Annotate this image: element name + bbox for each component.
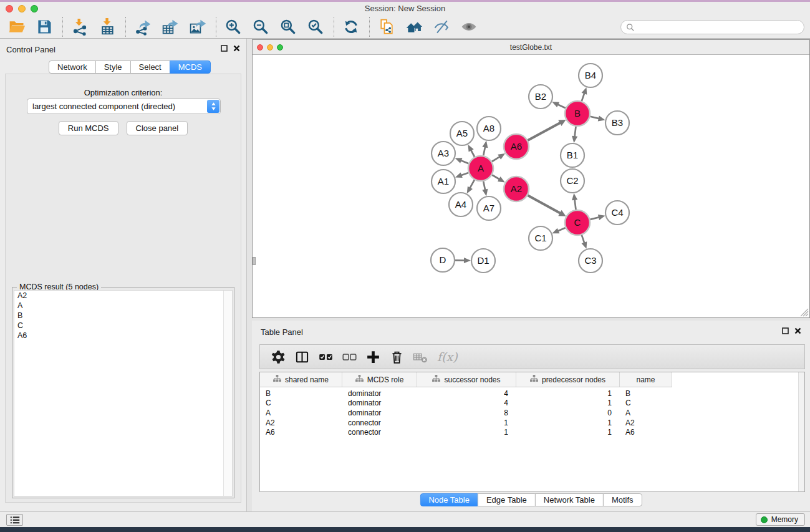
reset-view-icon[interactable]: [405, 17, 423, 37]
graph-node-A5[interactable]: A5: [450, 122, 474, 145]
zoom-fit-icon[interactable]: [279, 17, 297, 37]
search-field[interactable]: [620, 20, 804, 34]
graph-node-C4[interactable]: C4: [605, 201, 629, 225]
graph-node-D1[interactable]: D1: [471, 249, 495, 273]
zoom-in-icon[interactable]: [224, 17, 243, 37]
search-input[interactable]: [638, 22, 804, 32]
network-canvas[interactable]: B4B2BB3A8A5A6A3B1AA1C2A2A4A7C4CC1C3DD1: [253, 54, 809, 317]
graph-node-A2[interactable]: A2: [504, 177, 529, 201]
delete-column-trash-icon[interactable]: [386, 347, 407, 367]
graph-node-B3[interactable]: B3: [605, 111, 629, 135]
graph-node-C2[interactable]: C2: [561, 169, 584, 193]
import-table-icon[interactable]: [98, 17, 117, 37]
graph-node-B[interactable]: B: [565, 101, 590, 126]
save-session-icon[interactable]: [35, 17, 54, 37]
mcds-result-item[interactable]: A2: [14, 291, 232, 301]
export-image-icon[interactable]: [188, 17, 207, 37]
edge-B-B2[interactable]: [557, 104, 566, 108]
tab-select[interactable]: Select: [130, 60, 170, 74]
delete-table-icon[interactable]: [410, 347, 431, 367]
graph-node-A6[interactable]: A6: [504, 134, 529, 159]
edge-A-A6[interactable]: [492, 157, 501, 162]
show-column-panel-icon[interactable]: [291, 347, 312, 367]
run-mcds-button[interactable]: Run MCDS: [59, 121, 118, 135]
graph-node-A1[interactable]: A1: [432, 170, 455, 193]
edge-A-A4[interactable]: [470, 180, 475, 188]
zoom-out-icon[interactable]: [251, 17, 270, 37]
graph-node-C[interactable]: C: [565, 210, 590, 235]
result-list-scrollbar[interactable]: [223, 291, 232, 496]
import-network-icon[interactable]: [70, 17, 89, 37]
open-session-icon[interactable]: [7, 17, 26, 37]
table-tab-node-table[interactable]: Node Table: [420, 493, 478, 506]
float-table-panel-icon[interactable]: [782, 327, 789, 334]
hide-selected-icon[interactable]: [432, 17, 451, 37]
edge-A-A7[interactable]: [483, 181, 485, 191]
table-tab-motifs[interactable]: Motifs: [603, 493, 642, 506]
splitter-handle[interactable]: [253, 257, 256, 265]
node-table[interactable]: shared nameMCDS rolesuccessor nodesprede…: [259, 372, 805, 492]
refresh-layout-icon[interactable]: [342, 17, 360, 37]
column-header-MCDS-role[interactable]: MCDS role: [342, 372, 417, 387]
show-all-icon[interactable]: [460, 17, 478, 37]
table-scrollbar[interactable]: [798, 372, 804, 491]
graph-node-B1[interactable]: B1: [561, 143, 584, 167]
graph-node-B4[interactable]: B4: [579, 64, 602, 87]
close-table-panel-icon[interactable]: [794, 327, 801, 334]
table-row[interactable]: A6connector11A6: [260, 427, 672, 437]
deselect-all-icon[interactable]: [339, 347, 360, 367]
graph-node-A3[interactable]: A3: [432, 142, 455, 165]
graph-node-A4[interactable]: A4: [449, 193, 473, 216]
graph-node-A7[interactable]: A7: [477, 196, 501, 220]
tab-mcds[interactable]: MCDS: [170, 60, 211, 74]
resize-grip-icon[interactable]: [801, 309, 809, 317]
tab-style[interactable]: Style: [95, 60, 131, 74]
edge-C-C2[interactable]: [574, 199, 576, 210]
graph-node-B2[interactable]: B2: [529, 85, 552, 109]
table-tab-network-table[interactable]: Network Table: [535, 493, 604, 506]
edge-B-B4[interactable]: [582, 92, 585, 101]
edge-A6-B[interactable]: [528, 122, 561, 140]
graph-node-C1[interactable]: C1: [529, 226, 552, 250]
mcds-result-item[interactable]: B: [14, 311, 232, 321]
edge-C-C1[interactable]: [557, 228, 566, 231]
create-column-plus-icon[interactable]: [362, 347, 383, 367]
criterion-dropdown[interactable]: largest connected component (directed): [27, 99, 221, 114]
close-panel-button[interactable]: Close panel: [127, 121, 188, 135]
table-row[interactable]: Adominator80A: [260, 408, 672, 418]
zoom-selected-icon[interactable]: [306, 17, 325, 37]
table-row[interactable]: Cdominator41C: [260, 399, 672, 409]
mcds-result-item[interactable]: A6: [14, 331, 232, 341]
table-tab-edge-table[interactable]: Edge Table: [478, 493, 536, 506]
graph-node-C3[interactable]: C3: [579, 249, 602, 273]
graph-node-A[interactable]: A: [468, 156, 493, 181]
graph-node-D[interactable]: D: [431, 248, 455, 272]
memory-button[interactable]: Memory: [756, 513, 805, 526]
edge-A-A8[interactable]: [483, 146, 485, 155]
column-header-predecessor-nodes[interactable]: predecessor nodes: [516, 372, 620, 387]
network-frame-titlebar[interactable]: testGlobe.txt: [253, 40, 809, 55]
graph-node-A8[interactable]: A8: [477, 117, 501, 140]
mcds-result-item[interactable]: A: [14, 301, 232, 311]
edge-C-C4[interactable]: [590, 217, 599, 220]
mcds-result-list[interactable]: A2ABCA6: [14, 290, 233, 496]
edge-A-A3[interactable]: [460, 160, 469, 163]
close-panel-icon[interactable]: [233, 45, 240, 52]
edge-B-B1[interactable]: [574, 127, 576, 137]
float-panel-icon[interactable]: [221, 45, 228, 52]
task-history-list-icon[interactable]: [6, 514, 23, 526]
table-settings-gear-icon[interactable]: [268, 347, 289, 367]
table-row[interactable]: Bdominator41B: [260, 389, 672, 399]
edge-A2-C[interactable]: [528, 195, 561, 213]
select-all-icon[interactable]: [315, 347, 336, 367]
edge-A-A2[interactable]: [492, 175, 500, 180]
edge-A-A1[interactable]: [460, 173, 468, 175]
table-row[interactable]: A2connector11A2: [260, 418, 672, 428]
column-header-shared-name[interactable]: shared name: [260, 372, 342, 387]
tab-network[interactable]: Network: [49, 60, 96, 74]
mcds-result-item[interactable]: C: [14, 321, 232, 331]
function-builder-icon[interactable]: f(x): [437, 350, 458, 364]
column-header-name[interactable]: name: [620, 372, 672, 387]
edge-C-C3[interactable]: [582, 235, 585, 244]
export-table-icon[interactable]: [161, 17, 180, 37]
